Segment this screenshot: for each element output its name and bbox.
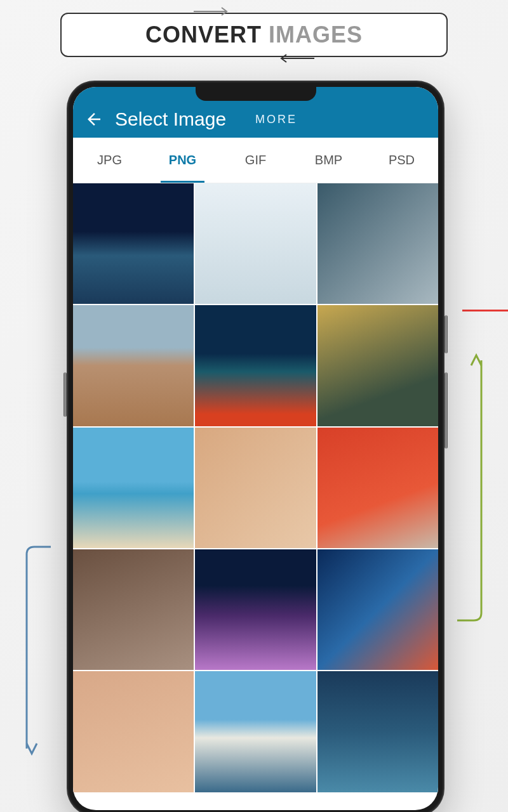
tab-png[interactable]: PNG: [146, 138, 219, 183]
tab-gif[interactable]: GIF: [219, 138, 292, 183]
more-button[interactable]: MORE: [255, 113, 297, 126]
decoration-red-line: [462, 310, 508, 311]
banner-arrow-left-icon: [276, 53, 314, 63]
banner-word-2: IMAGES: [269, 22, 363, 48]
tab-jpg[interactable]: JPG: [73, 138, 146, 183]
phone-side-button: [444, 372, 448, 449]
image-thumb[interactable]: [318, 305, 438, 426]
image-thumb[interactable]: [195, 428, 316, 548]
banner-arrow-right-icon: [194, 6, 232, 16]
image-thumb[interactable]: [195, 305, 316, 426]
image-thumb[interactable]: [318, 183, 438, 304]
format-tabs: JPG PNG GIF BMP PSD: [73, 138, 438, 183]
phone-side-button: [444, 315, 448, 353]
image-thumb[interactable]: [195, 183, 316, 304]
banner-box: CONVERT IMAGES: [60, 13, 448, 57]
image-thumb[interactable]: [73, 183, 194, 304]
decoration-arrow-up-icon: [457, 349, 483, 622]
image-thumb[interactable]: [195, 549, 316, 670]
image-thumb[interactable]: [73, 549, 194, 670]
image-thumb[interactable]: [195, 671, 316, 792]
phone-notch: [196, 87, 316, 101]
image-grid: [73, 183, 438, 792]
image-thumb[interactable]: [318, 671, 438, 792]
phone-frame: Select Image MORE JPG PNG GIF BMP PSD: [67, 81, 444, 812]
tab-psd[interactable]: PSD: [365, 138, 438, 183]
promo-banner: CONVERT IMAGES: [60, 13, 448, 57]
decoration-arrow-down-icon: [25, 546, 51, 761]
image-thumb[interactable]: [318, 428, 438, 548]
arrow-left-icon: [84, 110, 104, 129]
tab-bmp[interactable]: BMP: [292, 138, 365, 183]
page-title: Select Image: [115, 108, 226, 130]
image-thumb[interactable]: [318, 549, 438, 670]
phone-side-button: [64, 372, 67, 417]
image-thumb[interactable]: [73, 305, 194, 426]
image-thumb[interactable]: [73, 428, 194, 548]
image-thumb[interactable]: [73, 671, 194, 792]
back-button[interactable]: [84, 110, 104, 129]
banner-word-1: CONVERT: [145, 22, 262, 48]
